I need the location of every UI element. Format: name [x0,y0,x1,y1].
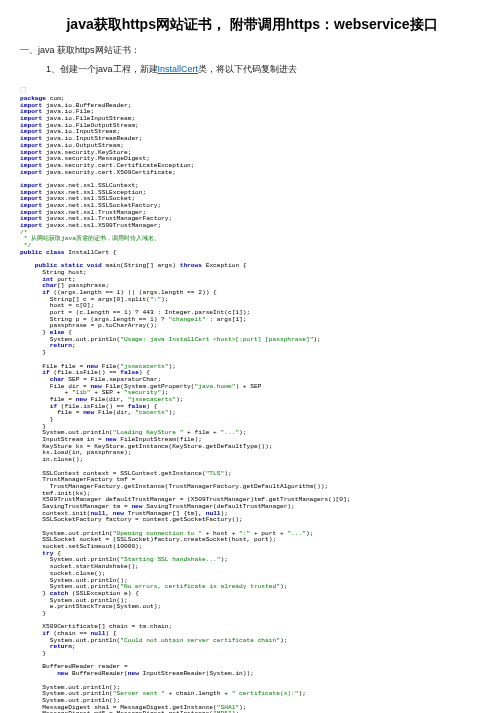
page-title: java获取https网站证书， 附带调用https：webservice接口 [20,16,484,34]
step-1-suffix: 类，将以下代码复制进去 [198,64,297,74]
installcert-link[interactable]: InstallCert [158,64,199,74]
code-marker: ⬚ [20,86,484,94]
section-intro: 一、java 获取https网站证书： [20,44,484,57]
step-1-prefix: 1、创建一个java工程，新建 [46,64,158,74]
code-block: package com; import java.io.BufferedRead… [20,96,484,713]
step-1: 1、创建一个java工程，新建InstallCert类，将以下代码复制进去 [46,63,484,76]
